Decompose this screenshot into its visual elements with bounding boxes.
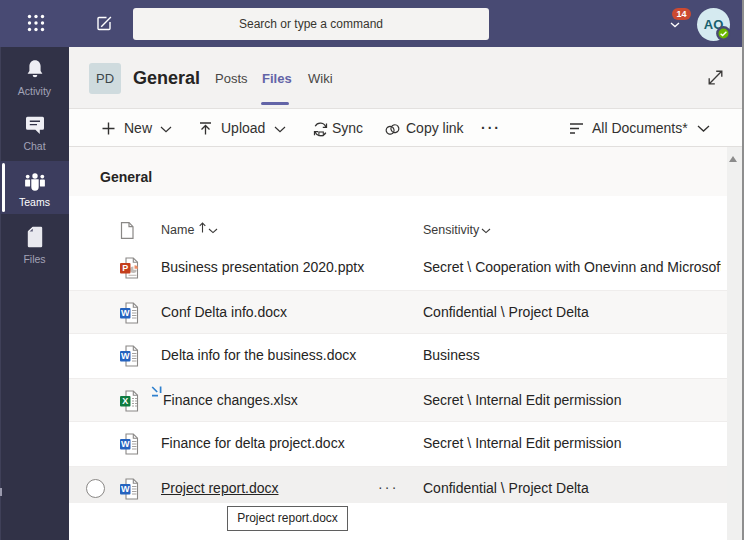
svg-text:W: W xyxy=(121,439,130,449)
svg-text:W: W xyxy=(121,351,130,361)
svg-text:X: X xyxy=(122,396,128,406)
svg-text:W: W xyxy=(121,308,130,318)
svg-text:P: P xyxy=(122,263,128,273)
svg-text:W: W xyxy=(121,484,130,494)
